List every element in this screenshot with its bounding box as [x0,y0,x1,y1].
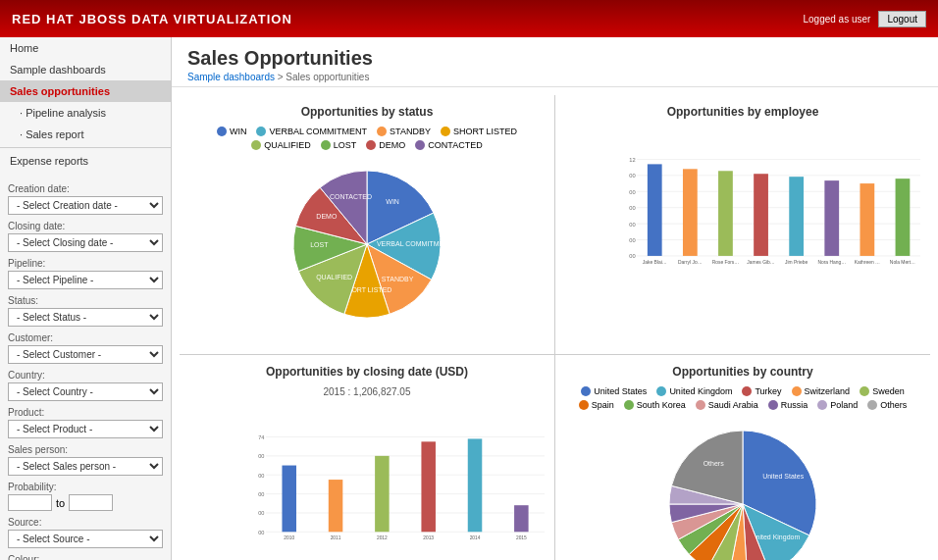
legend-item: Saudi Arabia [696,400,758,410]
svg-text:Nola Mert…: Nola Mert… [890,260,915,265]
sidebar-item-sales-opportunities[interactable]: Sales opportunities [0,80,171,102]
legend-item: Spain [579,400,614,410]
svg-text:0.00: 0.00 [629,253,636,259]
chart-grid: Opportunities by status WINVERBAL COMMIT… [180,95,930,560]
svg-text:1,500,000.00: 1,500,000.00 [629,205,636,211]
svg-text:2012: 2012 [377,535,388,540]
svg-text:Kathreen …: Kathreen … [855,260,880,265]
probability-to-label: to [56,497,65,509]
svg-rect-52 [329,480,343,532]
svg-rect-54 [375,456,390,532]
page-title: Sales Opportunities [187,47,922,70]
svg-text:500,000.00: 500,000.00 [629,237,636,243]
legend-item: STANDBY [377,127,431,136]
svg-text:VERBAL COMMITMENT: VERBAL COMMITMENT [377,240,453,247]
creation-date-select[interactable]: - Select Creation date - [8,196,163,215]
sidebar-item-pipeline-analysis[interactable]: · Pipeline analysis [0,102,171,124]
bar-closing-svg: 4,197,797.744,000,000.003,000,000.002,00… [258,403,545,560]
sidebar-item-sample-dashboards[interactable]: Sample dashboards [0,59,171,80]
nav-divider [0,147,171,148]
logged-as-label: Logged as user [803,14,870,25]
creation-date-label: Creation date: [8,183,163,194]
svg-text:0.00: 0.00 [258,530,264,535]
logout-button[interactable]: Logout [878,11,926,27]
svg-text:3,000,000.00: 3,000,000.00 [258,473,264,479]
svg-text:2,000,000.00: 2,000,000.00 [629,189,636,195]
legend-item: Russia [768,400,808,410]
svg-text:2010: 2010 [284,535,294,540]
legend-item: Others [867,400,907,410]
bar-employee-svg: 2,873,807.122,500,000.002,000,000.001,50… [629,127,920,313]
breadcrumb: Sample dashboards > Sales opportunities [187,72,922,82]
probability-row: to [8,494,163,511]
svg-rect-32 [824,180,839,256]
svg-text:QUALIFIED: QUALIFIED [316,274,352,281]
svg-text:2014: 2014 [470,535,481,540]
status-select[interactable]: - Select Status - [8,308,163,327]
filter-section: Creation date: - Select Creation date - … [0,172,171,560]
svg-rect-28 [754,174,768,256]
svg-text:2015: 2015 [516,535,527,540]
svg-text:Jim Priebe: Jim Priebe [785,260,808,265]
svg-text:2,000,000.00: 2,000,000.00 [258,491,264,497]
legend-item: VERBAL COMMITMENT [256,127,367,136]
svg-text:Darryl Jo…: Darryl Jo… [678,260,703,265]
main-content: Sales Opportunities Sample dashboards > … [172,37,938,560]
sales-person-select[interactable]: - Select Sales person - [8,457,163,476]
legend-item: United Kingdom [656,386,732,396]
svg-rect-60 [514,505,529,532]
svg-text:DEMO: DEMO [316,213,338,220]
pipeline-label: Pipeline: [8,258,163,269]
product-label: Product: [8,407,163,418]
svg-rect-50 [282,466,296,533]
legend-item: SHORT LISTED [441,127,517,136]
probability-from-input[interactable] [8,494,52,511]
svg-text:Rose Fors…: Rose Fors… [712,260,740,265]
customer-label: Customer: [8,332,163,343]
svg-text:United Kingdom: United Kingdom [751,534,800,541]
app-header: RED HAT JBOSS DATA VIRTUALIZATION Logged… [0,0,938,37]
svg-text:4,197,797.74: 4,197,797.74 [258,434,264,440]
chart-by-country: Opportunities by country United StatesUn… [555,355,930,560]
closing-date-select[interactable]: - Select Closing date - [8,233,163,252]
chart-by-closing-date-title: Opportunities by closing date (USD) [189,365,545,379]
probability-to-input[interactable] [69,494,113,511]
chart-by-country-pie: United StatesUnited KingdomOthers [565,416,920,560]
legend-item: Turkey [742,386,781,396]
customer-select[interactable]: - Select Customer - [8,345,163,364]
svg-text:Jake Blai…: Jake Blai… [643,260,667,265]
header-right: Logged as user Logout [803,11,926,27]
sidebar-item-expense-reports[interactable]: Expense reports [0,150,171,172]
svg-text:2011: 2011 [331,535,341,540]
svg-text:Nora Hang…: Nora Hang… [817,260,846,265]
svg-text:1,000,000.00: 1,000,000.00 [258,510,264,516]
breadcrumb-current: Sales opportunities [286,72,369,82]
source-select[interactable]: - Select Source - [8,530,163,548]
legend-item: Sweden [860,386,905,396]
sidebar-item-home[interactable]: Home [0,37,171,59]
chart-by-country-title: Opportunities by country [565,365,920,379]
legend-item: United States [581,386,647,396]
main-layout: Home Sample dashboards Sales opportuniti… [0,37,938,560]
svg-text:2013: 2013 [423,535,434,540]
chart-by-closing-date: Opportunities by closing date (USD) 2015… [180,355,554,560]
svg-text:CONTACTED: CONTACTED [330,193,372,200]
svg-text:1,000,000.00: 1,000,000.00 [629,222,636,228]
chart-by-status: Opportunities by status WINVERBAL COMMIT… [180,95,554,354]
svg-rect-58 [468,438,483,532]
product-select[interactable]: - Select Product - [8,420,163,438]
breadcrumb-base-link[interactable]: Sample dashboards [187,72,275,82]
svg-text:4,000,000.00: 4,000,000.00 [258,453,264,459]
pipeline-select[interactable]: - Select Pipeline - [8,271,163,289]
sidebar-item-sales-report[interactable]: · Sales report [0,124,171,145]
svg-text:STANDBY: STANDBY [382,276,414,282]
chart-by-employee: Opportunities by employee 2,873,807.122,… [555,95,930,354]
chart-by-status-legend: WINVERBAL COMMITMENTSTANDBYSHORT LISTEDQ… [189,127,545,150]
svg-rect-26 [718,171,733,256]
country-select[interactable]: - Select Country - [8,382,163,401]
colour-label: Colour: [8,554,163,560]
svg-rect-30 [789,177,804,256]
chart-by-status-pie: WINVERBAL COMMITMENTSTANDBYSHORT LISTEDQ… [189,156,545,332]
svg-text:2,500,000.00: 2,500,000.00 [629,173,636,178]
svg-rect-34 [860,183,874,256]
